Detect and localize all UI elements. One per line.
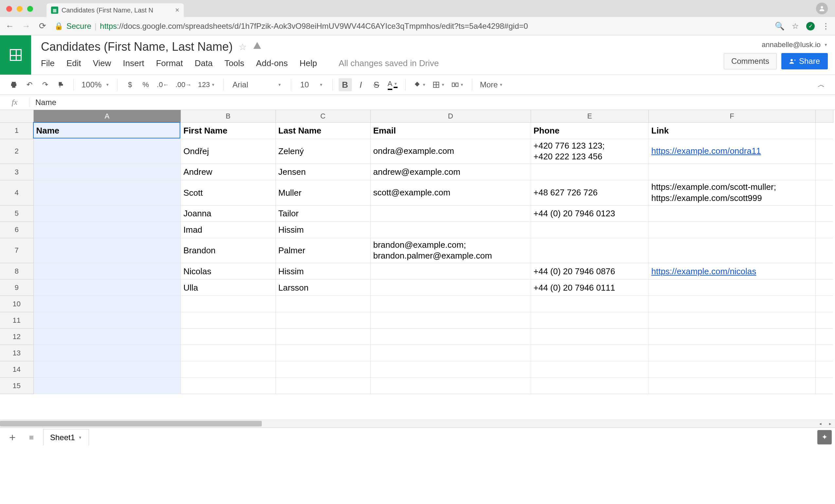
cell-E10[interactable]	[531, 296, 649, 312]
row-header[interactable]: 6	[0, 222, 33, 238]
cell-E5[interactable]: +44 (0) 20 7946 0123	[531, 205, 649, 222]
cell-B14[interactable]	[181, 361, 276, 378]
menu-file[interactable]: File	[41, 58, 55, 68]
row-header[interactable]: 5	[0, 205, 33, 222]
col-header-E[interactable]: E	[531, 110, 649, 122]
cell-B6[interactable]: Imad	[181, 222, 276, 238]
sheets-logo-icon[interactable]	[0, 35, 31, 75]
cell-G11[interactable]	[815, 312, 833, 328]
sheet-tab[interactable]: Sheet1▼	[43, 429, 89, 445]
strikethrough-button[interactable]: S	[370, 78, 383, 91]
back-button[interactable]: ←	[5, 22, 14, 31]
spreadsheet-grid[interactable]: A B C D E F 1NameFirst NameLast NameEmai…	[0, 110, 835, 427]
menu-insert[interactable]: Insert	[123, 58, 144, 68]
cell-F9[interactable]	[649, 280, 815, 296]
cell-F14[interactable]	[649, 361, 815, 378]
cell-A7[interactable]	[33, 238, 181, 263]
collapse-toolbar-icon[interactable]: ︿	[815, 78, 828, 91]
cell-G1[interactable]	[815, 122, 833, 139]
cell-E2[interactable]: +420 776 123 123;+420 222 123 456	[531, 139, 649, 164]
menu-dots-icon[interactable]: ⋮	[822, 22, 830, 31]
cell-B15[interactable]	[181, 378, 276, 394]
cell-F12[interactable]	[649, 328, 815, 345]
cell-G7[interactable]	[815, 238, 833, 263]
browser-tab[interactable]: ▦ Candidates (First Name, Last N ×	[46, 3, 184, 17]
cell-F11[interactable]	[649, 312, 815, 328]
cell-C4[interactable]: Muller	[276, 180, 370, 205]
cell-D8[interactable]	[370, 263, 531, 280]
cell-G15[interactable]	[815, 378, 833, 394]
cell-F3[interactable]	[649, 164, 815, 180]
row-header[interactable]: 3	[0, 164, 33, 180]
row-header[interactable]: 8	[0, 263, 33, 280]
cell-C11[interactable]	[276, 312, 370, 328]
cell-C1[interactable]: Last Name	[276, 122, 370, 139]
horizontal-scrollbar[interactable]: ◂▸	[0, 420, 835, 427]
scroll-left-icon[interactable]: ◂	[819, 421, 821, 426]
row-header[interactable]: 13	[0, 345, 33, 361]
cell-G10[interactable]	[815, 296, 833, 312]
sheet-tab-menu-icon[interactable]: ▼	[78, 435, 82, 440]
col-header-D[interactable]: D	[370, 110, 531, 122]
cell-D12[interactable]	[370, 328, 531, 345]
cell-C12[interactable]	[276, 328, 370, 345]
cell-B10[interactable]	[181, 296, 276, 312]
fx-icon[interactable]: fx	[0, 98, 29, 107]
cell-B1[interactable]: First Name	[181, 122, 276, 139]
cell-D5[interactable]	[370, 205, 531, 222]
comments-button[interactable]: Comments	[724, 53, 777, 69]
cell-B8[interactable]: Nicolas	[181, 263, 276, 280]
scroll-right-icon[interactable]: ▸	[829, 421, 831, 426]
row-header[interactable]: 11	[0, 312, 33, 328]
zoom-indicator-icon[interactable]: 🔍	[775, 22, 785, 31]
increase-decimal-icon[interactable]: .00→	[174, 78, 194, 91]
cell-B2[interactable]: Ondřej	[181, 139, 276, 164]
cell-B9[interactable]: Ulla	[181, 280, 276, 296]
cell-C2[interactable]: Zelený	[276, 139, 370, 164]
cell-C14[interactable]	[276, 361, 370, 378]
extension-check-icon[interactable]: ✓	[806, 22, 815, 31]
row-header[interactable]: 1	[0, 122, 33, 139]
url-input[interactable]: 🔒 Secure | https://docs.google.com/sprea…	[54, 22, 768, 31]
row-header[interactable]: 15	[0, 378, 33, 394]
cell-E8[interactable]: +44 (0) 20 7946 0876	[531, 263, 649, 280]
cell-F8[interactable]: https://example.com/nicolas	[649, 263, 815, 280]
menu-view[interactable]: View	[93, 58, 111, 68]
merge-cells-button[interactable]: ▼	[450, 78, 466, 91]
cell-E3[interactable]	[531, 164, 649, 180]
print-icon[interactable]	[7, 78, 20, 91]
close-window-icon[interactable]	[6, 6, 12, 12]
cell-A2[interactable]	[33, 139, 181, 164]
cell-D7[interactable]: brandon@example.com;brandon.palmer@examp…	[370, 238, 531, 263]
row-header[interactable]: 14	[0, 361, 33, 378]
cell-F7[interactable]	[649, 238, 815, 263]
fill-color-button[interactable]: ▼	[412, 78, 428, 91]
cell-B12[interactable]	[181, 328, 276, 345]
row-header[interactable]: 9	[0, 280, 33, 296]
cell-C10[interactable]	[276, 296, 370, 312]
cell-A6[interactable]	[33, 222, 181, 238]
menu-tools[interactable]: Tools	[224, 58, 244, 68]
cell-G4[interactable]	[815, 180, 833, 205]
star-icon[interactable]: ☆	[239, 42, 247, 52]
cell-F4[interactable]: https://example.com/scott-muller;https:/…	[649, 180, 815, 205]
col-header-extra[interactable]	[815, 110, 833, 122]
menu-data[interactable]: Data	[195, 58, 213, 68]
cell-G2[interactable]	[815, 139, 833, 164]
cell-E15[interactable]	[531, 378, 649, 394]
cell-E7[interactable]	[531, 238, 649, 263]
cell-B4[interactable]: Scott	[181, 180, 276, 205]
explore-button[interactable]: ✦	[817, 430, 832, 444]
cell-C13[interactable]	[276, 345, 370, 361]
cell-F2[interactable]: https://example.com/ondra11	[649, 139, 815, 164]
number-format-select[interactable]: 123▼	[196, 78, 217, 91]
row-header[interactable]: 10	[0, 296, 33, 312]
share-button[interactable]: Share	[781, 53, 828, 69]
cell-E12[interactable]	[531, 328, 649, 345]
cell-D1[interactable]: Email	[370, 122, 531, 139]
cell-F1[interactable]: Link	[649, 122, 815, 139]
cell-F6[interactable]	[649, 222, 815, 238]
cell-A5[interactable]	[33, 205, 181, 222]
cell-B5[interactable]: Joanna	[181, 205, 276, 222]
tab-close-icon[interactable]: ×	[175, 6, 179, 14]
